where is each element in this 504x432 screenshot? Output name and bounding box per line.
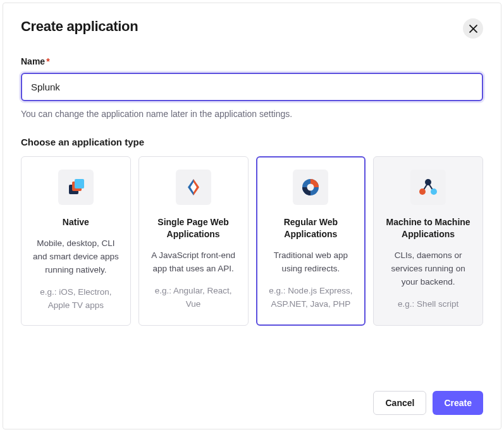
type-card-native[interactable]: Native Mobile, desktop, CLI and smart de…: [21, 156, 131, 326]
name-input[interactable]: [21, 73, 483, 101]
card-title: Machine to Machine Applications: [383, 216, 474, 240]
cancel-button[interactable]: Cancel: [373, 391, 426, 415]
card-eg: e.g.: Shell script: [398, 298, 458, 311]
card-desc: CLIs, daemons or services running on you…: [383, 249, 474, 289]
name-helper-text: You can change the application name late…: [21, 109, 483, 119]
svg-point-12: [431, 188, 437, 195]
spa-icon: [176, 170, 211, 205]
create-button[interactable]: Create: [433, 391, 483, 415]
card-eg: e.g.: Node.js Express, ASP.NET, Java, PH…: [266, 285, 357, 311]
m2m-icon: [410, 170, 446, 205]
regular-web-icon: [293, 170, 328, 205]
create-application-modal: Create application Name* You can change …: [3, 3, 501, 429]
card-title: Single Page Web Applications: [148, 216, 239, 240]
app-type-grid: Native Mobile, desktop, CLI and smart de…: [21, 156, 483, 326]
close-button[interactable]: [463, 18, 483, 39]
card-desc: A JavaScript front-end app that uses an …: [148, 249, 239, 276]
type-card-m2m[interactable]: Machine to Machine Applications CLIs, da…: [373, 156, 483, 326]
modal-title: Create application: [21, 18, 138, 35]
card-eg: e.g.: Angular, React, Vue: [148, 285, 239, 311]
modal-header: Create application: [21, 18, 483, 39]
app-type-label: Choose an application type: [21, 137, 483, 147]
type-card-spa[interactable]: Single Page Web Applications A JavaScrip…: [138, 156, 249, 326]
type-card-regular-web[interactable]: Regular Web Applications Traditional web…: [256, 156, 366, 326]
close-icon: [469, 25, 477, 33]
svg-point-11: [419, 188, 426, 195]
card-title: Native: [63, 216, 89, 228]
native-icon: [58, 170, 94, 205]
card-eg: e.g.: iOS, Electron, Apple TV apps: [30, 286, 121, 312]
name-label-text: Name: [21, 56, 45, 66]
modal-footer: Cancel Create: [373, 391, 483, 415]
svg-rect-2: [75, 179, 84, 188]
name-label: Name*: [21, 56, 483, 66]
card-desc: Traditional web app using redirects.: [266, 249, 357, 276]
required-asterisk: *: [46, 56, 49, 66]
svg-point-10: [425, 179, 431, 185]
card-title: Regular Web Applications: [266, 216, 357, 240]
card-desc: Mobile, desktop, CLI and smart device ap…: [30, 237, 121, 277]
svg-point-7: [307, 184, 314, 191]
